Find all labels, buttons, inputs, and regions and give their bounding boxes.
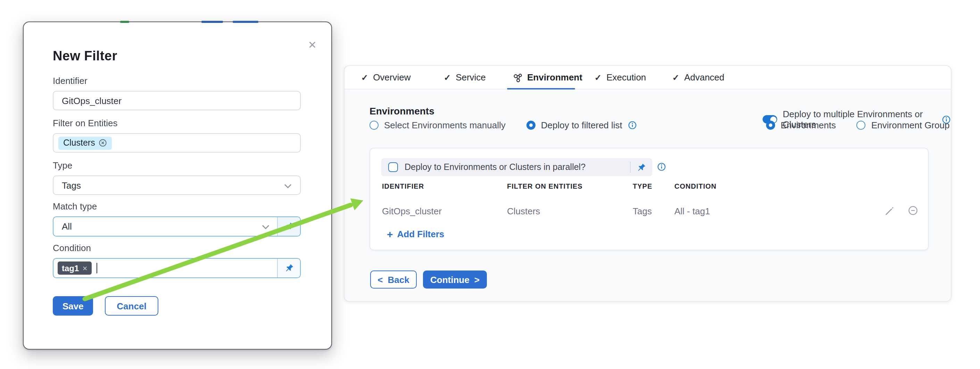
pin-icon [285,222,293,231]
match-type-select[interactable]: All [53,216,301,236]
tab-environment[interactable]: Environment [512,66,582,89]
filter-entities-label: Filter on Entities [53,118,118,129]
col-header-filter-on-entities: FILTER ON ENTITIES [507,182,583,190]
tab-service[interactable]: ✓ Service [444,66,486,89]
tab-execution[interactable]: ✓ Execution [595,66,646,89]
radio-label: Environment Group [871,120,950,130]
chevron-right-icon: > [474,275,480,284]
close-icon[interactable]: ✕ [308,40,317,50]
radio-label: Environments [781,120,836,130]
cell-filter-on-entities: Clusters [507,206,540,216]
check-icon: ✓ [672,73,679,81]
continue-button[interactable]: Continue > [423,271,487,288]
match-type-value: All [54,221,72,232]
screenshot-canvas: ✕ New Filter Identifier GitOps_cluster F… [0,0,980,369]
parallel-checkbox-label: Deploy to Environments or Clusters in pa… [404,162,585,172]
save-button-label: Save [62,301,84,311]
plus-icon: + [387,230,393,239]
type-label: Type [53,160,72,171]
chip-remove-icon[interactable]: × [82,263,87,273]
condition-label: Condition [53,243,91,254]
pin-runtime-input-button[interactable] [277,217,300,236]
chevron-down-icon [262,225,269,230]
check-icon: ✓ [444,73,451,81]
col-header-identifier: IDENTIFIER [382,182,424,190]
check-icon: ✓ [361,73,368,81]
tab-label: Overview [373,72,410,82]
col-header-condition: CONDITION [675,182,716,190]
add-filters-label: Add Filters [397,229,444,239]
tab-label: Environment [527,72,582,82]
radio-label: Select Environments manually [384,120,506,130]
save-button[interactable]: Save [53,296,93,315]
environments-heading: Environments [369,105,434,117]
clusters-chip[interactable]: Clusters [58,136,112,149]
parallel-checkbox[interactable] [388,163,398,172]
pin-icon [285,264,293,272]
background-artifact-blue [201,21,223,22]
tag1-chip-label: tag1 [62,263,79,273]
info-icon[interactable] [657,162,666,171]
pipeline-stage-panel: ✓ Overview ✓ Service Environment ✓ Execu… [344,65,951,302]
deploy-mode-radios: Select Environments manually Deploy to f… [369,120,637,130]
identifier-input[interactable]: GitOps_cluster [53,91,301,110]
type-value: Tags [54,180,81,190]
edit-icon[interactable] [884,205,894,216]
radio-environment-group[interactable] [857,121,866,130]
radio-environments[interactable] [766,121,775,130]
cell-identifier: GitOps_cluster [382,206,442,216]
tab-label: Advanced [684,72,724,82]
filters-card: Deploy to Environments or Clusters in pa… [369,148,929,250]
text-cursor [96,263,97,273]
back-button[interactable]: < Back [370,271,417,288]
chevron-left-icon: < [377,275,383,284]
filter-entities-input[interactable]: Clusters [53,133,301,153]
environment-tab-content: Environments Select Environments manuall… [345,89,951,301]
environment-icon [512,73,522,82]
check-icon: ✓ [595,73,601,81]
info-icon[interactable] [628,121,637,130]
cancel-button-label: Cancel [117,301,146,311]
col-header-type: TYPE [633,182,652,190]
cell-condition: All - tag1 [675,206,710,216]
clusters-chip-label: Clusters [63,138,95,148]
chevron-down-icon [284,184,292,188]
tab-overview[interactable]: ✓ Overview [361,66,411,89]
chip-remove-icon[interactable] [99,139,107,147]
stage-tabbar: ✓ Overview ✓ Service Environment ✓ Execu… [345,66,951,89]
match-type-label: Match type [53,201,97,212]
background-artifact-green [120,21,129,22]
radio-select-manually[interactable] [369,121,379,130]
back-button-label: Back [388,274,409,285]
add-filters-button[interactable]: + Add Filters [387,229,444,239]
radio-label: Deploy to filtered list [541,120,622,130]
parallel-checkbox-bar: Deploy to Environments or Clusters in pa… [381,158,652,176]
radio-deploy-filtered[interactable] [527,121,536,130]
pin-runtime-input-button[interactable] [277,259,300,277]
cell-type: Tags [633,206,652,216]
background-artifact-blue-2 [233,21,258,22]
cancel-button[interactable]: Cancel [105,296,158,315]
divider [630,162,631,173]
new-filter-dialog: ✕ New Filter Identifier GitOps_cluster F… [23,22,332,350]
condition-input[interactable]: tag1 × [53,258,301,278]
dialog-title: New Filter [53,49,118,64]
type-select[interactable]: Tags [53,176,301,195]
continue-button-label: Continue [430,274,469,285]
tab-label: Service [456,72,486,82]
remove-icon[interactable] [908,205,918,216]
pin-icon[interactable] [637,163,646,172]
tab-label: Execution [606,72,646,82]
tag1-chip[interactable]: tag1 × [58,261,91,275]
target-type-radios: Environments Environment Group [766,120,950,130]
identifier-label: Identifier [53,76,88,87]
identifier-value: GitOps_cluster [54,95,121,106]
tab-advanced[interactable]: ✓ Advanced [672,66,724,89]
